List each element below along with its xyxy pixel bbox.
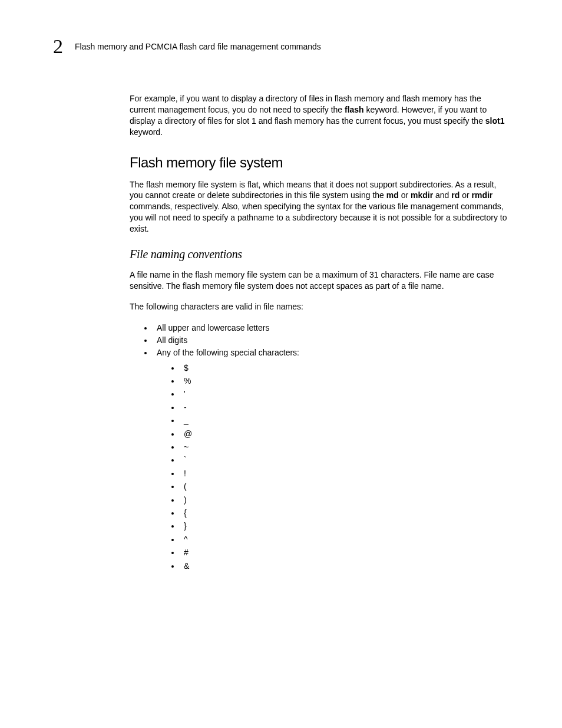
list-item: ) — [180, 493, 509, 506]
keyword-mkdir: mkdir — [411, 190, 433, 200]
subsection-heading-naming: File naming conventions — [130, 248, 509, 261]
list-item: } — [180, 519, 509, 532]
list-item: All digits — [153, 334, 509, 347]
keyword-slot1: slot1 — [485, 116, 505, 126]
list-item: Any of the following special characters:… — [153, 347, 509, 572]
keyword-rmdir: rmdir — [472, 190, 493, 200]
text: All upper and lowercase letters — [157, 323, 269, 332]
text: & — [184, 561, 189, 571]
section1-paragraph: The flash memory file system is flat, wh… — [130, 179, 509, 235]
chapter-number: 2 — [53, 35, 63, 58]
list-item: ( — [180, 480, 509, 493]
text: ` — [184, 455, 187, 465]
naming-paragraph-1: A file name in the flash memory file sys… — [130, 269, 509, 292]
text: All digits — [157, 335, 187, 345]
text: ( — [184, 482, 187, 491]
text: keyword. — [130, 127, 163, 137]
list-item: & — [180, 559, 509, 572]
text: { — [184, 508, 187, 518]
content-area: For example, if you want to display a di… — [130, 93, 509, 572]
page-header: 2 Flash memory and PCMCIA flash card fil… — [53, 35, 515, 58]
list-item: _ — [180, 414, 509, 427]
list-item: ^ — [180, 533, 509, 546]
text: ~ — [184, 442, 189, 452]
keyword-md: md — [386, 190, 399, 200]
intro-paragraph: For example, if you want to display a di… — [130, 93, 509, 138]
text: # — [184, 548, 189, 557]
section-heading-flash-memory: Flash memory file system — [130, 154, 509, 171]
list-item: ` — [180, 453, 509, 466]
text: commands, respectively. Also, when speci… — [130, 202, 507, 233]
keyword-flash: flash — [345, 105, 364, 114]
list-item: { — [180, 506, 509, 519]
text: ' — [184, 389, 186, 398]
valid-chars-list: All upper and lowercase letters All digi… — [130, 322, 509, 572]
list-item: @ — [180, 427, 509, 440]
list-item: ! — [180, 467, 509, 480]
text: or — [459, 190, 471, 200]
list-item: ~ — [180, 440, 509, 453]
header-title: Flash memory and PCMCIA flash card file … — [75, 42, 321, 51]
text: @ — [184, 429, 192, 439]
list-item: % — [180, 374, 509, 387]
list-item: $ — [180, 361, 509, 374]
text: % — [184, 376, 191, 386]
list-item: All upper and lowercase letters — [153, 322, 509, 334]
text: } — [184, 521, 187, 531]
text: - — [184, 403, 187, 412]
page: 2 Flash memory and PCMCIA flash card fil… — [0, 0, 562, 614]
text: ! — [184, 469, 186, 478]
text: ) — [184, 495, 187, 505]
keyword-rd: rd — [451, 190, 459, 200]
text: or — [399, 190, 411, 200]
text: _ — [184, 416, 189, 425]
list-item: - — [180, 401, 509, 414]
text: Any of the following special characters: — [157, 348, 299, 357]
text: $ — [184, 363, 189, 373]
text: and — [433, 190, 451, 200]
naming-paragraph-2: The following characters are valid in fi… — [130, 301, 509, 312]
text: ^ — [184, 535, 188, 544]
special-chars-list: $ % ' - _ @ ~ ` ! ( ) { } ^ # & — [157, 361, 509, 572]
list-item: # — [180, 546, 509, 559]
list-item: ' — [180, 387, 509, 400]
